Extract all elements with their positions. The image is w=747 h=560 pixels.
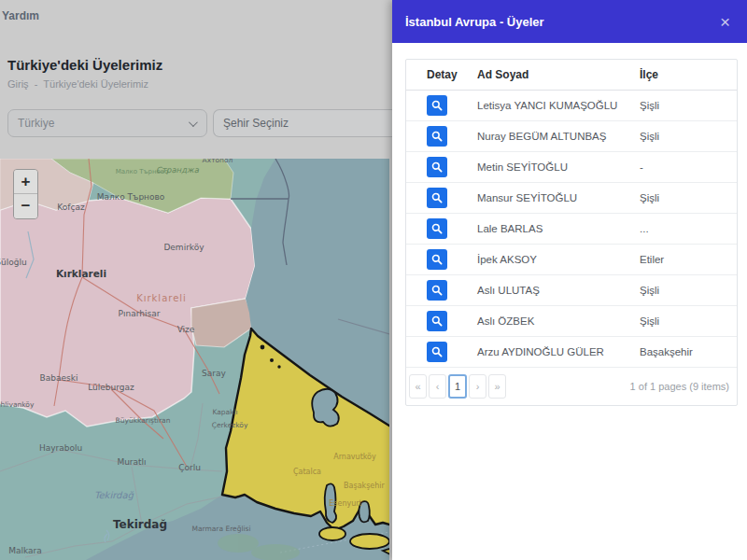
- member-name: Mansur SEYİTOĞLU: [477, 192, 640, 203]
- detail-button[interactable]: [427, 157, 447, 177]
- pagination-page-1-button[interactable]: 1: [448, 374, 467, 399]
- member-district: Şişli: [640, 315, 737, 327]
- map-label: Kırklareli: [56, 268, 106, 279]
- map-label: Demirköy: [163, 243, 204, 252]
- map-label: Lüleburgaz: [88, 383, 134, 392]
- map-label: Arnavutköy: [333, 453, 376, 461]
- member-name: Aslı ULUTAŞ: [477, 285, 640, 296]
- member-district: Şişli: [640, 192, 737, 203]
- map-zoom-control: + −: [13, 169, 38, 219]
- search-icon: [431, 161, 443, 173]
- table-row: İpek AKSOYEtiler: [406, 245, 737, 275]
- search-icon: [431, 346, 443, 357]
- map-label: Başakşehir: [344, 482, 385, 490]
- column-header-name: Ad Soyad: [477, 68, 640, 81]
- map-label: Малко Търново: [97, 192, 165, 202]
- table-body: Letisya YANCI KUMAŞOĞLUŞişliNuray BEGÜM …: [406, 91, 737, 368]
- map-label: Saray: [202, 369, 226, 378]
- members-table: Detay Ad Soyad İlçe Letisya YANCI KUMAŞO…: [405, 59, 738, 406]
- table-row: Lale BARLAS...: [406, 214, 737, 245]
- nav-item-help[interactable]: Yardım: [2, 9, 39, 22]
- table-header-row: Detay Ad Soyad İlçe: [406, 60, 737, 91]
- map-label: Çerkezköy: [212, 421, 248, 429]
- breadcrumb-separator: -: [35, 78, 38, 90]
- column-header-detail: Detay: [406, 68, 477, 81]
- map-label: Muratlı: [117, 457, 146, 467]
- detail-button[interactable]: [427, 311, 447, 331]
- table-row: Metin SEYİTOĞLU-: [406, 152, 737, 183]
- search-icon: [431, 192, 443, 203]
- search-icon: [431, 285, 443, 296]
- modal-header: İstanbul Avrupa - Üyeler ×: [392, 0, 747, 43]
- city-select-placeholder: Şehir Seçiniz: [223, 117, 289, 130]
- member-district: ...: [640, 223, 737, 234]
- country-select-value: Türkiye: [18, 117, 54, 130]
- table-row: Aslı ÖZBEKŞişli: [406, 306, 737, 337]
- member-district: Şişli: [640, 131, 737, 142]
- map-canvas: АхтополМалко ТърновоСтранджаМалко Търнов…: [0, 159, 389, 560]
- table-row: Arzu AYDINOĞLU GÜLERBaşakşehir: [406, 337, 737, 368]
- map-label: Hayrabolu: [39, 443, 82, 453]
- map-label: Tekirdağ: [94, 490, 134, 501]
- map[interactable]: + −: [0, 159, 389, 560]
- detail-button[interactable]: [427, 126, 447, 147]
- column-header-district: İlçe: [640, 68, 737, 81]
- zoom-out-button[interactable]: −: [14, 194, 37, 218]
- detail-button[interactable]: [427, 218, 447, 239]
- map-label: Kapaklı: [212, 408, 237, 416]
- member-name: Nuray BEGÜM ALTUNBAŞ: [477, 131, 640, 142]
- modal-title: İstanbul Avrupa - Üyeler: [405, 15, 544, 29]
- detail-button[interactable]: [427, 342, 447, 362]
- detail-button[interactable]: [427, 249, 447, 270]
- map-label: Tekirdağ: [113, 518, 167, 531]
- table-row: Mansur SEYİTOĞLUŞişli: [406, 183, 737, 214]
- map-label: Çatalca: [293, 468, 321, 476]
- map-label: Vize: [177, 325, 195, 334]
- search-icon: [431, 131, 443, 142]
- table-row: Nuray BEGÜM ALTUNBAŞŞişli: [406, 121, 737, 152]
- map-label: Büyükkarıştıran: [116, 416, 171, 425]
- city-select[interactable]: Şehir Seçiniz: [213, 109, 397, 137]
- member-district: -: [640, 161, 737, 173]
- search-icon: [431, 315, 443, 327]
- search-icon: [431, 223, 443, 234]
- map-label: Странджа: [156, 165, 200, 175]
- map-label: Ахтопол: [203, 159, 233, 164]
- member-name: Arzu AYDINOĞLU GÜLER: [477, 346, 640, 357]
- map-label: Kırklareli: [136, 293, 187, 303]
- member-name: Aslı ÖZBEK: [477, 315, 640, 327]
- page-title: Türkiye'deki Üyelerimiz: [7, 57, 162, 73]
- close-icon[interactable]: ×: [720, 13, 730, 31]
- map-label: Esenyurt: [329, 499, 361, 508]
- zoom-in-button[interactable]: +: [14, 170, 37, 194]
- chevron-down-icon: [189, 118, 198, 127]
- member-name: Lale BARLAS: [477, 223, 640, 234]
- member-district: Etiler: [640, 254, 737, 265]
- page-background: Yardım Türkiye'deki Üyelerimiz Giriş - T…: [0, 0, 392, 560]
- pagination-prev-button[interactable]: ‹: [429, 374, 446, 399]
- pagination-last-button[interactable]: »: [488, 374, 506, 399]
- map-label: Kofçaz: [57, 203, 85, 212]
- table-row: Aslı ULUTAŞŞişli: [406, 275, 737, 306]
- pagination: « ‹ 1 › » 1 of 1 pages (9 items): [406, 368, 737, 405]
- map-label: Süloğlu: [0, 258, 27, 267]
- detail-button[interactable]: [427, 280, 447, 301]
- map-label: Çorlu: [178, 463, 201, 472]
- pagination-summary: 1 of 1 pages (9 items): [630, 381, 729, 392]
- pagination-first-button[interactable]: «: [409, 374, 427, 399]
- table-row: Letisya YANCI KUMAŞOĞLUŞişli: [406, 91, 737, 121]
- breadcrumb-home[interactable]: Giriş: [7, 78, 29, 90]
- breadcrumb: Giriş - Türkiye'deki Üyelerimiz: [7, 78, 148, 90]
- member-name: İpek AKSOY: [477, 254, 640, 265]
- map-label: Pehlivanköy: [0, 400, 35, 409]
- search-icon: [431, 254, 443, 265]
- map-label: Babaeski: [40, 373, 78, 383]
- country-select[interactable]: Türkiye: [7, 109, 207, 137]
- detail-button[interactable]: [427, 95, 447, 116]
- breadcrumb-current: Türkiye'deki Üyelerimiz: [43, 78, 148, 90]
- member-name: Letisya YANCI KUMAŞOĞLU: [477, 100, 640, 111]
- pagination-next-button[interactable]: ›: [469, 374, 486, 399]
- member-district: Şişli: [640, 285, 737, 296]
- detail-button[interactable]: [427, 188, 447, 208]
- search-icon: [431, 100, 443, 111]
